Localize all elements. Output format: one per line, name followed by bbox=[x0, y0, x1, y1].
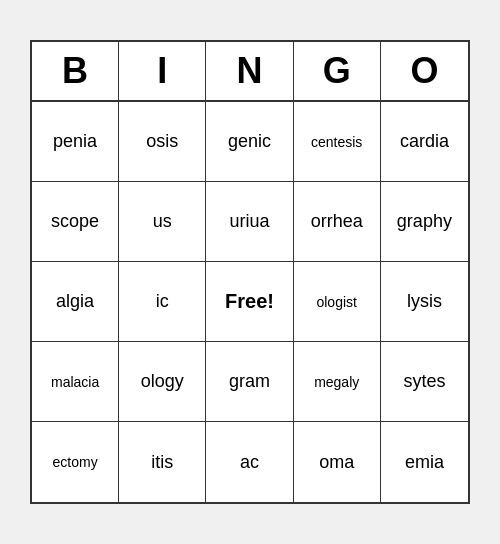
bingo-cell-23: oma bbox=[294, 422, 381, 502]
header-letter-I: I bbox=[119, 42, 206, 100]
bingo-cell-15: malacia bbox=[32, 342, 119, 422]
bingo-cell-4: cardia bbox=[381, 102, 468, 182]
bingo-cell-20: ectomy bbox=[32, 422, 119, 502]
bingo-cell-6: us bbox=[119, 182, 206, 262]
bingo-cell-8: orrhea bbox=[294, 182, 381, 262]
bingo-cell-18: megaly bbox=[294, 342, 381, 422]
bingo-cell-11: ic bbox=[119, 262, 206, 342]
bingo-grid: peniaosisgeniccentesiscardiascopeusuriua… bbox=[32, 102, 468, 502]
header-letter-G: G bbox=[294, 42, 381, 100]
bingo-cell-3: centesis bbox=[294, 102, 381, 182]
bingo-cell-12: Free! bbox=[206, 262, 293, 342]
bingo-cell-7: uriua bbox=[206, 182, 293, 262]
bingo-header: BINGO bbox=[32, 42, 468, 102]
bingo-cell-17: gram bbox=[206, 342, 293, 422]
bingo-cell-0: penia bbox=[32, 102, 119, 182]
bingo-cell-19: sytes bbox=[381, 342, 468, 422]
bingo-cell-9: graphy bbox=[381, 182, 468, 262]
bingo-cell-22: ac bbox=[206, 422, 293, 502]
bingo-cell-13: ologist bbox=[294, 262, 381, 342]
bingo-cell-2: genic bbox=[206, 102, 293, 182]
bingo-cell-1: osis bbox=[119, 102, 206, 182]
bingo-cell-5: scope bbox=[32, 182, 119, 262]
bingo-cell-21: itis bbox=[119, 422, 206, 502]
bingo-cell-10: algia bbox=[32, 262, 119, 342]
header-letter-O: O bbox=[381, 42, 468, 100]
header-letter-B: B bbox=[32, 42, 119, 100]
bingo-cell-24: emia bbox=[381, 422, 468, 502]
bingo-card: BINGO peniaosisgeniccentesiscardiascopeu… bbox=[30, 40, 470, 504]
header-letter-N: N bbox=[206, 42, 293, 100]
bingo-cell-16: ology bbox=[119, 342, 206, 422]
bingo-cell-14: lysis bbox=[381, 262, 468, 342]
